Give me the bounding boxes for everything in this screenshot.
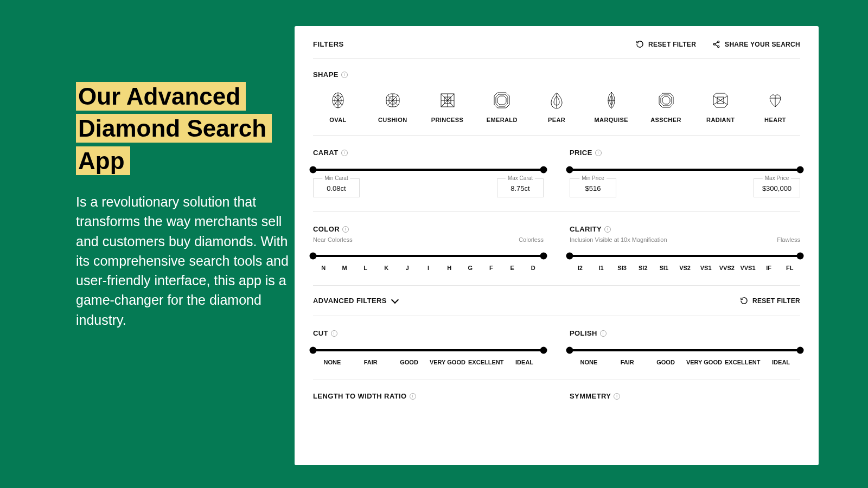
radiant-icon — [712, 92, 729, 109]
polish-ticks: NONEFAIRGOODVERY GOODEXCELLENTIDEAL — [570, 359, 800, 365]
advanced-filters-toggle[interactable]: ADVANCED FILTERS — [313, 297, 398, 305]
svg-point-0 — [718, 41, 719, 43]
marketing-body: Is a revolutionary solution that transfo… — [76, 192, 293, 330]
info-icon[interactable]: i — [604, 226, 611, 233]
shape-oval[interactable]: OVAL — [315, 92, 361, 123]
chevron-down-icon — [391, 296, 399, 303]
shape-radiant[interactable]: RADIANT — [698, 92, 743, 123]
clarity-ticks: I2I1SI3SI2SI1VS2VS1VVS2VVS1IFFL — [570, 265, 800, 271]
reset-filter-button[interactable]: RESET FILTER — [636, 40, 696, 48]
carat-max-input[interactable]: Max Carat 8.75ct — [497, 178, 544, 197]
clarity-slider[interactable] — [570, 255, 800, 257]
pear-icon — [548, 92, 565, 109]
color-label: COLOR — [313, 225, 340, 233]
polish-label: POLISH — [570, 329, 597, 337]
cut-slider[interactable] — [313, 349, 544, 351]
shape-pear[interactable]: PEAR — [534, 92, 579, 123]
shape-row: OVAL CUSHION PRINCESS EMERALD PEAR MARQU… — [313, 92, 800, 123]
clarity-hint-right: Flawless — [777, 236, 800, 243]
info-icon[interactable]: i — [342, 226, 349, 233]
info-icon[interactable]: i — [410, 393, 416, 400]
price-min-input[interactable]: Min Price $516 — [570, 178, 616, 197]
symmetry-label: SYMMETRY — [570, 392, 611, 400]
clarity-hint-left: Inclusion Visible at 10x Magnification — [570, 236, 667, 243]
price-slider[interactable] — [570, 169, 800, 171]
svg-marker-31 — [662, 97, 670, 104]
info-icon[interactable]: i — [341, 150, 348, 156]
filters-title: FILTERS — [313, 40, 344, 48]
shape-label: SHAPE — [313, 70, 339, 79]
price-label: PRICE — [570, 149, 592, 157]
svg-line-4 — [715, 44, 718, 46]
carat-min-input[interactable]: Min Carat 0.08ct — [313, 178, 360, 197]
cut-ticks: NONEFAIRGOODVERY GOODEXCELLENTIDEAL — [313, 359, 544, 365]
svg-marker-29 — [659, 93, 673, 107]
info-icon[interactable]: i — [600, 330, 607, 337]
info-icon[interactable]: i — [331, 330, 337, 337]
shape-emerald[interactable]: EMERALD — [479, 92, 525, 123]
emerald-icon — [493, 92, 510, 109]
color-ticks: NMLKJIHGFED — [313, 265, 544, 271]
clarity-label: CLARITY — [570, 225, 602, 233]
color-hint-right: Colorless — [519, 236, 544, 243]
carat-label: CARAT — [313, 149, 339, 157]
svg-marker-25 — [497, 96, 506, 105]
svg-line-3 — [715, 42, 718, 44]
filter-panel: FILTERS RESET FILTER SHARE YOUR SEARCH S… — [295, 26, 819, 465]
reset-icon — [740, 297, 748, 305]
shape-princess[interactable]: PRINCESS — [425, 92, 470, 123]
cut-label: CUT — [313, 329, 328, 337]
asscher-icon — [658, 92, 675, 109]
price-max-input[interactable]: Max Price $300,000 — [754, 178, 800, 197]
info-icon[interactable]: i — [595, 150, 602, 156]
shape-cushion[interactable]: CUSHION — [370, 92, 416, 123]
shape-heart[interactable]: HEART — [752, 92, 798, 123]
marquise-icon — [603, 92, 620, 109]
color-slider[interactable] — [313, 255, 544, 257]
svg-point-2 — [718, 46, 719, 47]
carat-slider[interactable] — [313, 169, 544, 171]
shape-marquise[interactable]: MARQUISE — [589, 92, 634, 123]
oval-icon — [329, 92, 347, 109]
svg-point-1 — [713, 43, 715, 45]
share-search-button[interactable]: SHARE YOUR SEARCH — [712, 40, 800, 48]
info-icon[interactable]: i — [614, 393, 620, 400]
marketing-headline: Our Advanced Diamond Search App — [76, 80, 309, 177]
princess-icon — [439, 92, 456, 109]
color-hint-left: Near Colorless — [313, 236, 353, 243]
lwr-label: LENGTH TO WIDTH RATIO — [313, 392, 407, 400]
share-icon — [712, 40, 720, 48]
shape-asscher[interactable]: ASSCHER — [643, 92, 689, 123]
heart-icon — [767, 92, 784, 109]
info-icon[interactable]: i — [341, 72, 348, 78]
svg-marker-23 — [494, 93, 509, 108]
reset-icon — [636, 40, 644, 48]
reset-filter-button-advanced[interactable]: RESET FILTER — [740, 297, 800, 305]
polish-slider[interactable] — [570, 349, 800, 351]
cushion-icon — [384, 92, 401, 109]
